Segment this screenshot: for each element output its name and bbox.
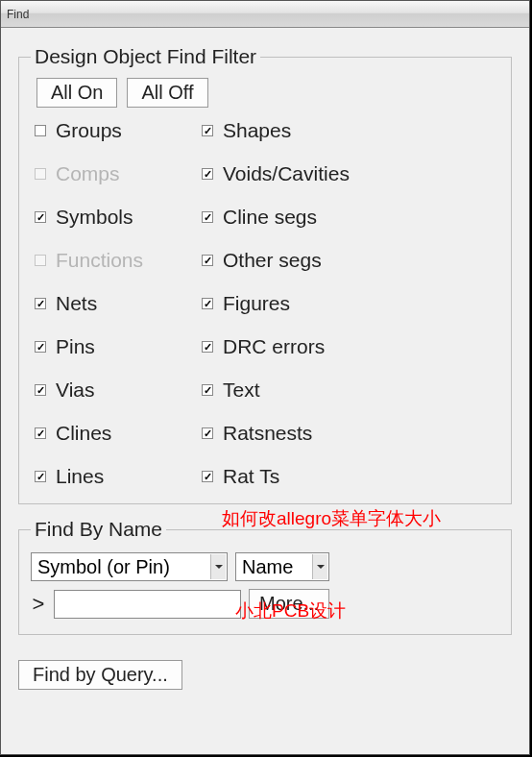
all-on-button[interactable]: All On	[36, 78, 117, 108]
checkbox-icon[interactable]: ✓	[202, 384, 213, 396]
find-by-query-button[interactable]: Find by Query...	[18, 660, 182, 690]
checkbox-label: Figures	[223, 292, 290, 315]
find-by-name-row2: > More...	[31, 589, 499, 619]
checkbox-label: Comps	[56, 162, 120, 185]
check-text[interactable]: ✓Text	[202, 378, 413, 402]
checkbox-icon[interactable]: ✓	[35, 341, 46, 353]
checkbox-label: Text	[223, 378, 260, 402]
checkbox-icon[interactable]: ✓	[202, 427, 213, 439]
checkbox-icon[interactable]: ✓	[35, 471, 46, 482]
check-other-segs[interactable]: ✓Other segs	[202, 249, 413, 272]
check-drc-errors[interactable]: ✓DRC errors	[202, 335, 413, 358]
name-select-value: Name	[242, 556, 293, 578]
checkbox-icon[interactable]: ✓	[202, 298, 213, 309]
find-window: Find Design Object Find Filter All On Al…	[0, 0, 530, 755]
check-comps: Comps	[35, 162, 198, 185]
name-select[interactable]: Name	[235, 552, 329, 581]
checkbox-icon[interactable]: ✓	[202, 341, 213, 353]
check-figures[interactable]: ✓Figures	[202, 292, 413, 315]
find-by-name-row1: Symbol (or Pin) Name	[31, 552, 499, 581]
check-lines[interactable]: ✓Lines	[35, 465, 198, 488]
dropdown-arrow-icon	[312, 554, 327, 579]
checkbox-icon[interactable]: ✓	[35, 384, 46, 396]
query-row: Find by Query...	[18, 660, 512, 690]
checkbox-icon[interactable]: ✓	[35, 427, 46, 439]
more-button[interactable]: More...	[249, 589, 329, 619]
checkbox-label: Clines	[56, 422, 111, 445]
checkbox-label: Shapes	[223, 119, 291, 142]
design-object-find-filter: Design Object Find Filter All On All Off…	[18, 45, 512, 504]
checkbox-label: Ratsnests	[223, 422, 312, 445]
all-off-button[interactable]: All Off	[127, 78, 207, 108]
filter-button-row: All On All Off	[36, 78, 499, 108]
checkbox-label: Groups	[56, 119, 122, 142]
gt-label: >	[31, 592, 46, 617]
check-groups[interactable]: Groups	[35, 119, 198, 142]
checkbox-icon[interactable]: ✓	[202, 168, 213, 180]
find-by-name: Find By Name 小北PCB设计 Symbol (or Pin) Nam…	[18, 518, 512, 635]
check-ratsnests[interactable]: ✓Ratsnests	[202, 422, 413, 445]
type-select-value: Symbol (or Pin)	[37, 556, 170, 578]
check-functions: Functions	[35, 249, 198, 272]
check-pins[interactable]: ✓Pins	[35, 335, 198, 358]
checkbox-label: Symbols	[56, 206, 133, 229]
checkbox-icon[interactable]: ✓	[35, 211, 46, 223]
check-symbols[interactable]: ✓Symbols	[35, 206, 198, 229]
check-shapes[interactable]: ✓Shapes	[202, 119, 413, 142]
checkbox-icon[interactable]: ✓	[35, 298, 46, 309]
titlebar: Find	[1, 1, 529, 28]
checkbox-label: Vias	[56, 378, 94, 402]
checkbox-label: Pins	[56, 335, 95, 358]
check-voids-cavities[interactable]: ✓Voids/Cavities	[202, 162, 413, 185]
filter-checks-grid: Groups✓ShapesComps✓Voids/Cavities✓Symbol…	[31, 119, 499, 488]
checkbox-label: Cline segs	[223, 206, 317, 229]
checkbox-label: Voids/Cavities	[223, 162, 350, 185]
check-nets[interactable]: ✓Nets	[35, 292, 198, 315]
check-cline-segs[interactable]: ✓Cline segs	[202, 206, 413, 229]
check-vias[interactable]: ✓Vias	[35, 378, 198, 402]
filter-legend: Design Object Find Filter	[31, 45, 260, 68]
checkbox-label: Nets	[56, 292, 97, 315]
checkbox-icon[interactable]: ✓	[202, 211, 213, 223]
checkbox-label: Functions	[56, 249, 143, 272]
check-rat-ts[interactable]: ✓Rat Ts	[202, 465, 413, 488]
content: Design Object Find Filter All On All Off…	[1, 28, 529, 699]
checkbox-icon[interactable]	[35, 125, 46, 136]
checkbox-icon	[35, 255, 46, 266]
checkbox-label: Lines	[56, 465, 104, 488]
checkbox-icon[interactable]: ✓	[202, 125, 213, 136]
find-name-input[interactable]	[54, 590, 241, 619]
dropdown-arrow-icon	[210, 554, 226, 579]
find-by-name-legend: Find By Name	[31, 518, 166, 541]
find-by-name-wrap: 如何改allegro菜单字体大小 Find By Name 小北PCB设计 Sy…	[18, 518, 512, 635]
type-select[interactable]: Symbol (or Pin)	[31, 552, 228, 581]
checkbox-icon[interactable]: ✓	[202, 255, 213, 266]
checkbox-icon[interactable]: ✓	[202, 471, 213, 482]
check-clines[interactable]: ✓Clines	[35, 422, 198, 445]
checkbox-label: Rat Ts	[223, 465, 279, 488]
checkbox-icon	[35, 168, 46, 180]
checkbox-label: Other segs	[223, 249, 322, 272]
checkbox-label: DRC errors	[223, 335, 325, 358]
window-title: Find	[7, 8, 29, 21]
